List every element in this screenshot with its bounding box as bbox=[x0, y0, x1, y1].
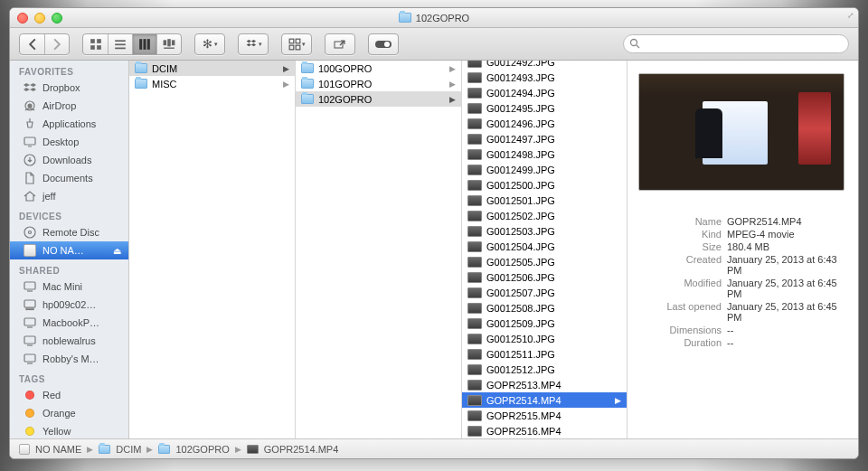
folder-row[interactable]: DCIM▶ bbox=[129, 61, 295, 76]
svg-rect-30 bbox=[26, 308, 33, 310]
file-thumbnail bbox=[467, 426, 482, 437]
folder-icon bbox=[135, 63, 147, 73]
body: FAVORITESDropboxAirDropApplicationsDeskt… bbox=[10, 61, 858, 438]
file-row[interactable]: G0012496.JPG bbox=[462, 116, 627, 131]
icon-view-button[interactable] bbox=[83, 34, 108, 54]
desktop-icon bbox=[23, 135, 37, 149]
file-row[interactable]: GOPR2515.MP4 bbox=[462, 408, 627, 423]
file-row[interactable]: GOPR2514.MP4▶ bbox=[462, 392, 627, 408]
sidebar[interactable]: FAVORITESDropboxAirDropApplicationsDeskt… bbox=[10, 61, 129, 438]
file-thumbnail bbox=[467, 364, 482, 375]
meta-label-lastopened: Last opened bbox=[638, 301, 722, 323]
forward-button[interactable] bbox=[44, 34, 69, 54]
file-row[interactable]: GOPR2516.MP4 bbox=[462, 423, 627, 438]
file-row[interactable]: G0012498.JPG bbox=[462, 146, 627, 162]
file-row[interactable]: G0012510.JPG bbox=[462, 331, 627, 346]
back-button[interactable] bbox=[20, 34, 44, 54]
sidebar-item[interactable]: AirDrop bbox=[10, 97, 128, 115]
svg-rect-12 bbox=[172, 40, 175, 45]
close-button[interactable] bbox=[17, 13, 28, 24]
zoom-button[interactable] bbox=[52, 13, 62, 24]
sidebar-item-label: Applications bbox=[42, 118, 96, 129]
sidebar-item[interactable]: Desktop bbox=[10, 133, 128, 151]
path-segment[interactable]: DCIM bbox=[116, 444, 141, 455]
sidebar-item[interactable]: hp009c02… bbox=[10, 296, 128, 314]
dropbox-menu[interactable]: ▾ bbox=[238, 33, 269, 55]
preview-thumbnail[interactable] bbox=[638, 73, 844, 191]
sidebar-item[interactable]: Dropbox bbox=[10, 79, 128, 97]
file-row[interactable]: G0012503.JPG bbox=[462, 223, 627, 239]
row-label: G0012495.JPG bbox=[486, 103, 555, 114]
eject-icon[interactable]: ⏏ bbox=[113, 246, 121, 256]
list-view-button[interactable] bbox=[108, 34, 132, 54]
file-row[interactable]: G0012509.JPG bbox=[462, 316, 627, 331]
sidebar-item-label: NO NA… bbox=[42, 245, 84, 256]
action-menu[interactable]: ✻▾ bbox=[194, 33, 225, 55]
hd-icon bbox=[23, 243, 37, 258]
svg-rect-6 bbox=[115, 47, 126, 49]
folder-row[interactable]: 101GOPRO▶ bbox=[296, 76, 461, 91]
sidebar-item-label: Mac Mini bbox=[42, 281, 82, 292]
folder-row[interactable]: MISC▶ bbox=[129, 76, 295, 91]
chevron-right-icon: ▶ bbox=[283, 80, 289, 89]
file-row[interactable]: G0012502.JPG bbox=[462, 208, 627, 223]
file-row[interactable]: G0012511.JPG bbox=[462, 346, 627, 362]
column-3[interactable]: G0012490.JPGG0012491.JPGG0012492.JPGG001… bbox=[462, 61, 627, 438]
file-row[interactable]: G0012495.JPG bbox=[462, 100, 627, 116]
sidebar-item[interactable]: Mac Mini bbox=[10, 278, 128, 296]
file-row[interactable]: G0012508.JPG bbox=[462, 300, 627, 316]
path-segment[interactable]: GOPR2514.MP4 bbox=[264, 444, 339, 455]
column-1[interactable]: DCIM▶MISC▶ bbox=[129, 61, 296, 438]
sidebar-item[interactable]: Orange bbox=[10, 404, 128, 422]
file-row[interactable]: G0012512.JPG bbox=[462, 362, 627, 377]
file-row[interactable]: G0012500.JPG bbox=[462, 177, 627, 193]
file-row[interactable]: G0012504.JPG bbox=[462, 239, 627, 254]
search-input[interactable] bbox=[623, 34, 849, 53]
titlebar[interactable]: 102GOPRO ⤢ bbox=[10, 8, 858, 28]
path-bar[interactable]: NO NAME▶DCIM▶102GOPRO▶GOPR2514.MP4 bbox=[10, 438, 858, 458]
sidebar-item[interactable]: Red bbox=[10, 386, 128, 404]
file-row[interactable]: G0012507.JPG bbox=[462, 285, 627, 300]
file-row[interactable]: GOPR2513.MP4 bbox=[462, 377, 627, 392]
preview-metadata: Name GOPR2514.MP4 Kind MPEG-4 movie Size… bbox=[638, 216, 847, 348]
sidebar-item[interactable]: Documents bbox=[10, 169, 128, 187]
share-button[interactable] bbox=[325, 33, 355, 55]
arrange-menu[interactable]: ▾ bbox=[281, 33, 312, 55]
file-row[interactable]: G0012493.JPG bbox=[462, 70, 627, 85]
hd-icon bbox=[19, 444, 30, 455]
search-field[interactable] bbox=[623, 34, 849, 53]
sidebar-item[interactable]: Remote Disc bbox=[10, 223, 128, 241]
file-row[interactable]: G0012494.JPG bbox=[462, 85, 627, 100]
sidebar-item[interactable]: Applications bbox=[10, 115, 128, 133]
sidebar-item[interactable]: jeff bbox=[10, 187, 128, 205]
file-row[interactable]: G0012499.JPG bbox=[462, 162, 627, 177]
sidebar-item-label: Yellow bbox=[42, 426, 71, 437]
sidebar-item[interactable]: Yellow bbox=[10, 422, 128, 438]
apps-icon bbox=[23, 117, 37, 131]
folder-row[interactable]: 102GOPRO▶ bbox=[296, 91, 461, 107]
column-2[interactable]: 100GOPRO▶101GOPRO▶102GOPRO▶ bbox=[296, 61, 462, 438]
row-label: G0012507.JPG bbox=[486, 287, 555, 298]
sidebar-item[interactable]: Robby's M… bbox=[10, 350, 128, 368]
file-row[interactable]: G0012492.JPG bbox=[462, 61, 627, 70]
file-row[interactable]: G0012505.JPG bbox=[462, 254, 627, 269]
file-row[interactable]: G0012501.JPG bbox=[462, 193, 627, 208]
tags-button[interactable] bbox=[368, 33, 399, 55]
meta-label-dimensions: Dimensions bbox=[638, 325, 722, 335]
file-row[interactable]: G0012506.JPG bbox=[462, 269, 627, 285]
path-segment[interactable]: NO NAME bbox=[35, 444, 81, 455]
sidebar-item[interactable]: NO NA…⏏ bbox=[10, 241, 128, 259]
file-row[interactable]: G0012497.JPG bbox=[462, 131, 627, 146]
minimize-button[interactable] bbox=[34, 13, 45, 24]
sidebar-item[interactable]: Downloads bbox=[10, 151, 128, 169]
sidebar-item[interactable]: noblewalrus bbox=[10, 332, 128, 350]
chevron-right-icon: ▶ bbox=[146, 445, 153, 454]
column-view-button[interactable] bbox=[132, 34, 156, 54]
svg-rect-2 bbox=[90, 45, 95, 50]
coverflow-view-button[interactable] bbox=[156, 34, 181, 54]
sidebar-item[interactable]: MacbookP… bbox=[10, 314, 128, 332]
path-segment[interactable]: 102GOPRO bbox=[175, 444, 229, 455]
folder-row[interactable]: 100GOPRO▶ bbox=[296, 61, 461, 76]
fullscreen-icon[interactable]: ⤢ bbox=[847, 11, 854, 20]
file-thumbnail bbox=[467, 88, 482, 99]
